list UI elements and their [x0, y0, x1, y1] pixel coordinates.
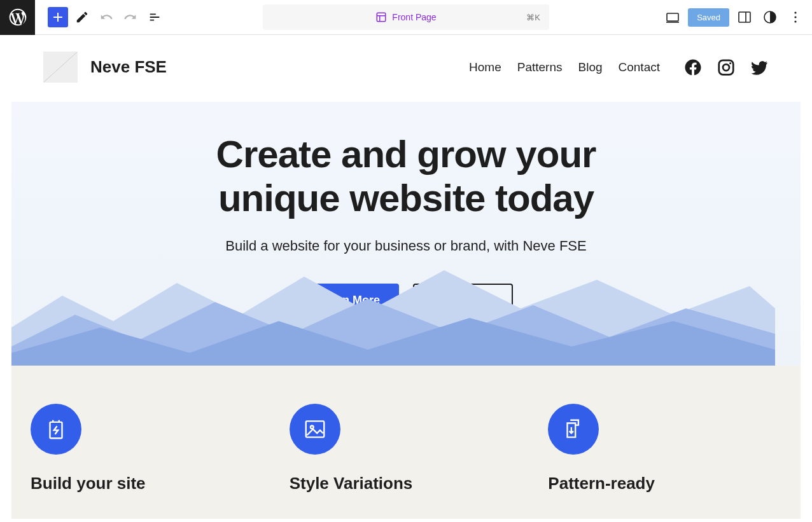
template-icon — [375, 11, 387, 23]
view-button[interactable] — [662, 7, 683, 27]
wordpress-icon — [8, 7, 28, 27]
svg-rect-5 — [739, 12, 750, 22]
site-title[interactable]: Neve FSE — [90, 57, 167, 77]
toolbar-left-group — [48, 7, 165, 27]
editor-toolbar: Front Page ⌘K ↖ Saved — [0, 0, 812, 35]
mountains-decoration — [11, 251, 775, 366]
features-section[interactable]: Build your site Style Variations Pattern… — [11, 366, 801, 519]
twitter-icon[interactable] — [750, 58, 769, 77]
svg-point-10 — [794, 20, 796, 22]
image-icon — [290, 404, 340, 455]
document-overview-button[interactable] — [144, 7, 165, 27]
options-button[interactable] — [785, 7, 806, 27]
feature-title[interactable]: Style Variations — [290, 474, 523, 493]
svg-point-13 — [729, 62, 731, 64]
nav-item-home[interactable]: Home — [469, 60, 501, 74]
svg-rect-0 — [377, 13, 386, 22]
site-navigation[interactable]: Home Patterns Blog Contact — [469, 58, 769, 77]
svg-point-8 — [794, 11, 796, 13]
instagram-icon[interactable] — [717, 58, 736, 77]
feature-style[interactable]: Style Variations — [290, 404, 523, 493]
feature-build[interactable]: Build your site — [31, 404, 264, 493]
toolbar-right-group: ↖ Saved — [662, 7, 812, 27]
svg-point-9 — [794, 16, 796, 18]
undo-button[interactable] — [96, 7, 116, 27]
svg-rect-17 — [305, 421, 324, 437]
svg-point-12 — [723, 64, 729, 71]
hero-heading[interactable]: Create and grow your unique website toda… — [11, 132, 801, 220]
svg-rect-3 — [667, 13, 678, 21]
editor-canvas[interactable]: Neve FSE Home Patterns Blog Contact Crea… — [0, 35, 812, 522]
nav-item-contact[interactable]: Contact — [619, 60, 660, 74]
styles-button[interactable] — [760, 7, 780, 27]
battery-icon — [31, 404, 81, 455]
feature-title[interactable]: Build your site — [31, 474, 264, 493]
redo-button[interactable] — [120, 7, 141, 27]
feature-title[interactable]: Pattern-ready — [548, 474, 781, 493]
saved-button[interactable]: Saved — [688, 8, 729, 27]
svg-rect-11 — [719, 60, 734, 74]
hero-section[interactable]: Create and grow your unique website toda… — [11, 102, 801, 366]
site-header[interactable]: Neve FSE Home Patterns Blog Contact — [11, 45, 801, 102]
add-block-button[interactable] — [48, 7, 68, 27]
site-branding: Neve FSE — [43, 52, 167, 83]
nav-item-blog[interactable]: Blog — [578, 60, 602, 74]
wordpress-logo-button[interactable] — [0, 0, 35, 35]
tools-button[interactable] — [72, 7, 92, 27]
shortcut-hint: ⌘K — [526, 13, 540, 22]
site-logo-placeholder[interactable] — [43, 52, 78, 83]
document-title: Front Page — [392, 12, 436, 22]
feature-pattern[interactable]: Pattern-ready — [548, 404, 781, 493]
settings-panel-button[interactable] — [734, 7, 755, 27]
document-bar[interactable]: Front Page ⌘K — [263, 4, 549, 30]
download-file-icon — [548, 404, 599, 455]
facebook-icon[interactable] — [683, 58, 703, 77]
nav-item-patterns[interactable]: Patterns — [517, 60, 563, 74]
social-links — [683, 58, 769, 77]
